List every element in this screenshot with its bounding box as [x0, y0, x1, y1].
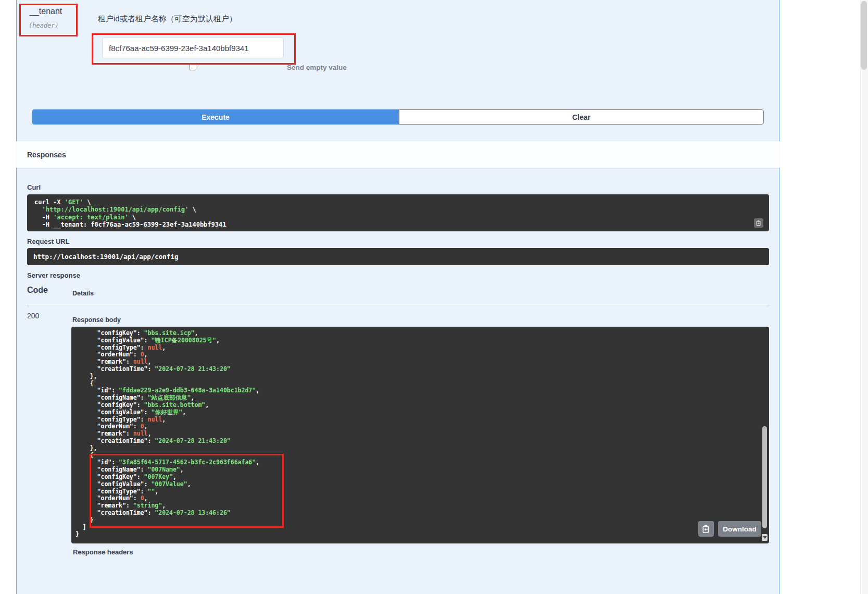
swagger-operation-page: __tenant (header) 租户id或者租户名称（可空为默认租户） Se… [0, 0, 868, 594]
copy-response-button[interactable] [698, 521, 714, 537]
details-column-header: Details [72, 290, 94, 297]
parameter-description: 租户id或者租户名称（可空为默认租户） [98, 14, 237, 24]
curl-command-block: curl -X 'GET' \ 'http://localhost:19001/… [27, 194, 769, 231]
responses-section-header: Responses [16, 141, 779, 168]
response-body-scrollbar-thumb[interactable] [762, 426, 767, 528]
request-url-value: http://localhost:19001/api/app/config [33, 253, 178, 261]
response-body-label: Response body [72, 316, 121, 324]
code-column-header: Code [27, 286, 48, 295]
download-button[interactable]: Download [718, 521, 761, 537]
send-empty-checkbox[interactable] [190, 64, 196, 70]
clear-button[interactable]: Clear [399, 109, 764, 125]
send-empty-label: Send empty value [287, 64, 347, 71]
table-divider [27, 305, 769, 305]
status-code: 200 [27, 312, 39, 320]
tenant-value-input[interactable] [102, 38, 284, 58]
response-headers-label: Response headers [73, 548, 133, 556]
curl-label: Curl [27, 183, 41, 191]
copy-curl-button[interactable] [754, 218, 763, 228]
clipboard-icon [701, 524, 711, 534]
responses-title: Responses [27, 151, 66, 159]
clipboard-icon [756, 220, 762, 226]
page-scrollbar-track[interactable] [860, 0, 868, 594]
server-response-label: Server response [27, 271, 80, 279]
request-url-label: Request URL [27, 238, 70, 245]
page-scrollbar-thumb[interactable] [861, 1, 867, 70]
parameter-name: __tenant [30, 7, 62, 16]
request-url-block: http://localhost:19001/api/app/config [27, 248, 769, 265]
scroll-down-arrow-icon[interactable] [762, 534, 768, 541]
response-body-block: "configKey": "bbs.site.icp", "configValu… [71, 327, 769, 543]
execute-button[interactable]: Execute [32, 109, 399, 125]
parameter-location: (header) [29, 22, 59, 29]
response-body-json: "configKey": "bbs.site.icp", "configValu… [76, 330, 769, 538]
